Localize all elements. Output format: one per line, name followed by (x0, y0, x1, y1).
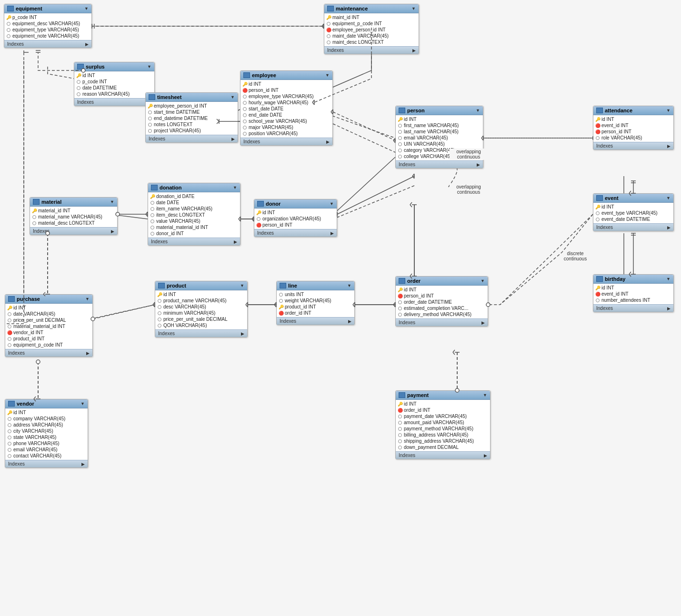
table-line-footer[interactable]: Indexes ▶ (277, 317, 354, 325)
table-payment-footer[interactable]: Indexes ▶ (396, 451, 490, 459)
table-attendance-header[interactable]: attendance ▼ (593, 106, 673, 115)
table-birthday-header[interactable]: birthday ▼ (593, 275, 673, 284)
field-text: first_name VARCHAR(45) (404, 123, 459, 128)
dropdown-arrow[interactable]: ▼ (240, 283, 244, 288)
table-event[interactable]: event ▼ 🔑 id INT event_type VARCHAR(45) … (593, 193, 674, 231)
indexes-label: Indexes (77, 99, 94, 105)
table-order-header[interactable]: order ▼ (396, 277, 488, 286)
table-purchase-header[interactable]: purchase ▼ (5, 295, 92, 304)
dropdown-arrow[interactable]: ▼ (476, 108, 480, 113)
dropdown-arrow[interactable]: ▼ (666, 108, 671, 113)
dropdown-arrow[interactable]: ▼ (483, 393, 487, 397)
dropdown-arrow[interactable]: ▼ (233, 185, 237, 190)
dropdown-arrow[interactable]: ▼ (110, 199, 114, 204)
dropdown-arrow[interactable]: ▼ (230, 95, 235, 99)
footer-expand[interactable]: ▶ (86, 351, 90, 356)
dropdown-arrow[interactable]: ▼ (325, 73, 330, 78)
pk-icon: 🔑 (242, 82, 247, 87)
table-vendor-footer[interactable]: Indexes ▶ (5, 460, 88, 467)
dropdown-arrow[interactable]: ▼ (347, 283, 351, 288)
table-timesheet-footer[interactable]: Indexes ▶ (146, 135, 238, 142)
nullable-icon (7, 318, 12, 323)
table-donation[interactable]: donation ▼ 🔑 donation_id DATE date DATE … (148, 183, 240, 246)
dropdown-arrow[interactable]: ▼ (85, 297, 90, 301)
table-product[interactable]: product ▼ 🔑 id INT product_name VARCHAR(… (155, 281, 248, 338)
table-line[interactable]: line ▼ units INT weight VARCHAR(45) 🔑 pr… (276, 281, 355, 325)
fk-icon: 🔴 (398, 294, 402, 298)
footer-expand[interactable]: ▶ (234, 239, 237, 244)
table-payment-header[interactable]: payment ▼ (396, 391, 490, 400)
dropdown-arrow[interactable]: ▼ (481, 278, 485, 283)
table-event-header[interactable]: event ▼ (593, 194, 673, 203)
table-attendance[interactable]: attendance ▼ 🔑 id INT 🔴 event_id INT 🔴 p… (593, 106, 674, 150)
table-payment[interactable]: payment ▼ 🔑 id INT 🔴 order_id INT paymen… (395, 390, 491, 459)
table-donor-footer[interactable]: Indexes ▶ (254, 229, 337, 237)
table-donation-footer[interactable]: Indexes ▶ (148, 238, 240, 245)
table-birthday-footer[interactable]: Indexes ▶ (593, 304, 673, 312)
table-maintenance-header[interactable]: maintenance ▼ (324, 4, 419, 13)
table-maintenance[interactable]: maintenance ▼ 🔑 maint_id INT equipment_p… (324, 4, 419, 54)
footer-expand[interactable]: ▶ (326, 139, 330, 144)
table-vendor[interactable]: vendor ▼ 🔑 id INT company VARCHAR(45) ad… (5, 399, 88, 468)
footer-expand[interactable]: ▶ (412, 48, 416, 53)
footer-expand[interactable]: ▶ (667, 144, 671, 149)
footer-expand[interactable]: ▶ (81, 462, 85, 467)
footer-expand[interactable]: ▶ (231, 137, 235, 141)
svg-point-77 (36, 360, 40, 364)
dropdown-arrow[interactable]: ▼ (666, 277, 671, 281)
table-surplus-header[interactable]: surplus ▼ (74, 62, 154, 71)
table-purchase-footer[interactable]: Indexes ▶ (5, 349, 92, 357)
table-donor-header[interactable]: donor ▼ (254, 199, 337, 209)
footer-expand[interactable]: ▶ (348, 319, 351, 324)
table-material-header[interactable]: material ▼ (30, 198, 117, 207)
table-employee[interactable]: employee ▼ 🔑 id INT 🔴 person_id INT empl… (240, 70, 333, 146)
table-surplus-footer[interactable]: Indexes ▶ (74, 98, 154, 106)
footer-expand[interactable]: ▶ (484, 453, 487, 458)
table-payment-name: payment (407, 392, 481, 398)
table-event-footer[interactable]: Indexes ▶ (593, 223, 673, 231)
table-birthday-name: birthday (605, 276, 664, 282)
table-donor[interactable]: donor ▼ 🔑 id INT organization VARCHAR(45… (254, 199, 337, 237)
table-attendance-footer[interactable]: Indexes ▶ (593, 142, 673, 149)
dropdown-arrow[interactable]: ▼ (147, 64, 151, 69)
footer-expand[interactable]: ▶ (667, 225, 671, 230)
table-equipment[interactable]: equipment ▼ 🔑 p_code INT equipment_desc … (4, 4, 92, 48)
dropdown-arrow[interactable]: ▼ (411, 6, 416, 11)
table-donation-header[interactable]: donation ▼ (148, 183, 240, 192)
table-purchase[interactable]: purchase ▼ 🔑 id INT date VARCHAR(45) pri… (5, 294, 93, 357)
footer-expand[interactable]: ▶ (667, 306, 671, 311)
nullable-icon (242, 113, 247, 118)
table-order[interactable]: order ▼ 🔑 id INT 🔴 person_id INT order_d… (395, 276, 488, 327)
table-surplus[interactable]: surplus ▼ 🔑 id INT p_code INT date DATET… (74, 62, 155, 106)
footer-expand[interactable]: ▶ (330, 231, 334, 236)
table-equipment-footer[interactable]: Indexes ▶ (4, 40, 91, 48)
table-timesheet[interactable]: timesheet ▼ 🔑 employee_person_id INT sta… (145, 92, 238, 143)
table-employee-header[interactable]: employee ▼ (240, 71, 332, 80)
footer-expand[interactable]: ▶ (241, 331, 244, 336)
table-material[interactable]: material ▼ 🔑 material_id INT material_na… (30, 197, 118, 235)
table-order-footer[interactable]: Indexes ▶ (396, 318, 488, 326)
footer-expand[interactable]: ▶ (111, 229, 114, 234)
field-text: maint_id INT (332, 15, 360, 20)
table-line-header[interactable]: line ▼ (277, 281, 354, 290)
dropdown-arrow[interactable]: ▼ (84, 6, 89, 11)
footer-expand[interactable]: ▶ (477, 162, 480, 167)
pk-icon: 🔑 (326, 15, 331, 20)
table-person-footer[interactable]: Indexes ▶ (396, 160, 483, 168)
table-birthday[interactable]: birthday ▼ 🔑 id INT 🔴 event_id INT numbe… (593, 274, 674, 312)
table-product-footer[interactable]: Indexes ▶ (155, 329, 247, 337)
footer-expand[interactable]: ▶ (85, 42, 89, 47)
field-row: maint_date VARCHAR(45) (324, 33, 419, 39)
table-employee-footer[interactable]: Indexes ▶ (240, 138, 332, 145)
dropdown-arrow[interactable]: ▼ (80, 401, 85, 406)
table-maintenance-footer[interactable]: Indexes ▶ (324, 46, 419, 54)
table-timesheet-header[interactable]: timesheet ▼ (146, 93, 238, 102)
table-person-header[interactable]: person ▼ (396, 106, 483, 115)
table-material-footer[interactable]: Indexes ▶ (30, 227, 117, 235)
dropdown-arrow[interactable]: ▼ (666, 196, 671, 200)
footer-expand[interactable]: ▶ (481, 320, 485, 325)
table-product-header[interactable]: product ▼ (155, 281, 247, 290)
dropdown-arrow[interactable]: ▼ (330, 201, 334, 206)
table-equipment-header[interactable]: equipment ▼ (4, 4, 91, 13)
table-vendor-header[interactable]: vendor ▼ (5, 399, 88, 408)
